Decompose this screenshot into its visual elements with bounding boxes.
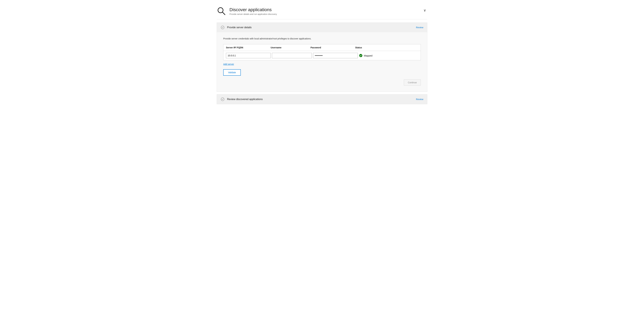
- collapse-icon[interactable]: ∨: [422, 7, 427, 14]
- section-header-provide-server: Provide server details Review: [217, 23, 427, 32]
- page-subtitle: Provide server details and run applicati…: [230, 13, 277, 15]
- provide-server-details-section: Provide server details Review Provide se…: [217, 22, 427, 92]
- col-header-password: Password: [310, 46, 355, 49]
- section-title-provide-server: Provide server details: [227, 26, 252, 29]
- server-ip-input[interactable]: [226, 53, 270, 58]
- password-input[interactable]: [313, 53, 358, 58]
- col-header-ip: Server IP/ FQDN: [226, 46, 270, 49]
- section-title-review-discovered: Review discovered applications: [227, 98, 263, 101]
- add-server-link[interactable]: Add server: [223, 63, 234, 66]
- section-description: Provide server credentials with local ad…: [223, 37, 421, 40]
- section-check-icon: [221, 26, 224, 29]
- col-header-username: Username: [270, 46, 310, 49]
- status-mapped-icon: [359, 54, 362, 57]
- continue-button[interactable]: Continue: [404, 80, 421, 86]
- page-header: Discover applications Provide server det…: [217, 3, 427, 19]
- review-discovered-section: Review discovered applications Review: [217, 94, 427, 104]
- svg-point-4: [221, 98, 224, 101]
- section-body-provide-server: Provide server credentials with local ad…: [217, 32, 427, 92]
- review-discovered-review-link[interactable]: Review: [416, 98, 423, 100]
- server-table: Server IP/ FQDN Username Password Status: [223, 44, 421, 60]
- svg-line-1: [222, 12, 225, 15]
- username-input[interactable]: [272, 53, 312, 58]
- svg-point-3: [359, 54, 362, 57]
- discover-icon: [217, 6, 226, 16]
- col-header-status: Status: [355, 46, 418, 49]
- status-cell: Mapped: [359, 54, 418, 57]
- svg-point-2: [221, 26, 224, 29]
- validate-button[interactable]: Validate: [223, 69, 241, 76]
- table-header-row: Server IP/ FQDN Username Password Status: [224, 44, 420, 51]
- continue-button-row: Continue: [223, 80, 421, 87]
- status-label: Mapped: [364, 54, 372, 57]
- provide-server-review-link[interactable]: Review: [416, 26, 423, 29]
- table-row: Mapped: [224, 51, 420, 60]
- section-header-review-discovered: Review discovered applications Review: [217, 94, 427, 104]
- page-title: Discover applications: [230, 7, 277, 12]
- section-check-icon-2: [221, 97, 224, 101]
